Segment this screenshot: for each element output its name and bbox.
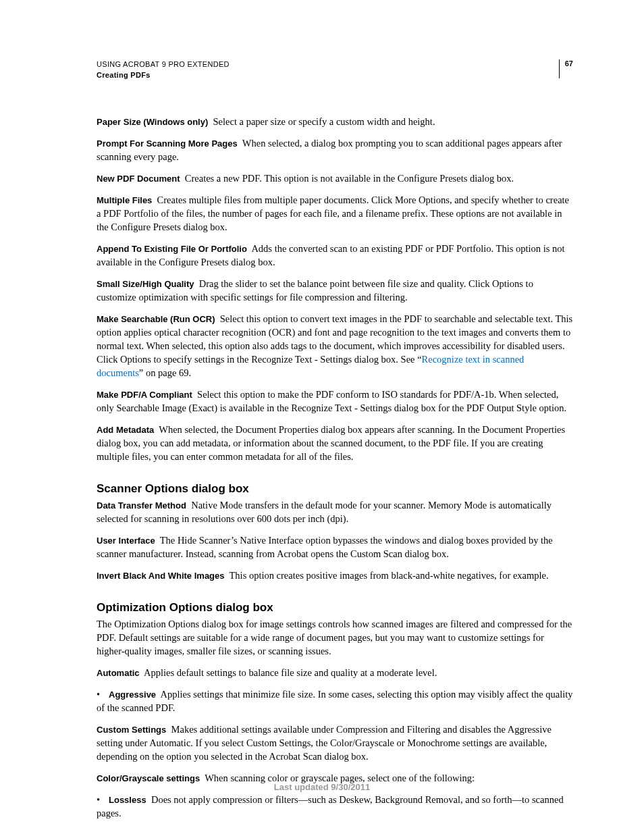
def-item: Prompt For Scanning More Pages When sele… [97, 136, 573, 163]
def-item: Invert Black And White Images This optio… [97, 569, 573, 582]
heading-scanner-options: Scanner Options dialog box [97, 482, 573, 496]
bullet-term: Lossless [109, 795, 146, 805]
def-item: Add Metadata When selected, the Document… [97, 423, 573, 463]
def-term: Prompt For Scanning More Pages [97, 138, 238, 149]
def-item-make-searchable: Make Searchable (Run OCR) Select this op… [97, 312, 573, 380]
bullet-desc: Applies settings that minimize file size… [97, 689, 573, 713]
bullet-item: •Aggressive Applies settings that minimi… [97, 687, 573, 714]
bullet-dot: • [97, 687, 109, 701]
def-term: Data Transfer Method [97, 500, 186, 511]
bullet-desc: Does not apply compression or filters—su… [97, 794, 564, 818]
def-term: User Interface [97, 536, 155, 546]
bullet-item: •Lossless Does not apply compression or … [97, 793, 573, 820]
def-item: Multiple Files Creates multiple files fr… [97, 193, 573, 234]
header-line1: USING ACROBAT 9 PRO EXTENDED [97, 59, 230, 70]
def-desc: This option creates positive images from… [230, 570, 549, 581]
page-header: USING ACROBAT 9 PRO EXTENDED Creating PD… [97, 59, 573, 81]
def-desc: Select a paper size or specify a custom … [213, 116, 435, 127]
def-term: Paper Size (Windows only) [97, 117, 208, 127]
page-content: USING ACROBAT 9 PRO EXTENDED Creating PD… [0, 0, 644, 820]
def-term: New PDF Document [97, 174, 180, 184]
def-desc-post: ” on page 69. [139, 367, 191, 378]
def-item: Custom Settings Makes additional setting… [97, 723, 573, 763]
def-item: Small Size/High Quality Drag the slider … [97, 277, 573, 304]
bullet-dot: • [97, 793, 109, 806]
def-desc: Creates multiple files from multiple pap… [97, 194, 569, 232]
header-text: USING ACROBAT 9 PRO EXTENDED Creating PD… [97, 59, 230, 81]
def-item: Make PDF/A Compliant Select this option … [97, 388, 573, 415]
def-desc: The Hide Scanner’s Native Interface opti… [97, 535, 553, 559]
heading-optimization-options: Optimization Options dialog box [97, 601, 573, 615]
def-desc: Creates a new PDF. This option is not av… [185, 173, 514, 184]
def-term: Automatic [97, 668, 140, 678]
def-item: Append To Existing File Or Portfolio Add… [97, 242, 573, 269]
def-term: Append To Existing File Or Portfolio [97, 244, 247, 254]
footer: Last updated 9/30/2011 [0, 782, 644, 792]
def-item: Paper Size (Windows only) Select a paper… [97, 115, 573, 128]
def-desc: When selected, the Document Properties d… [97, 424, 565, 462]
bullet-term: Aggressive [109, 689, 156, 700]
def-term: Invert Black And White Images [97, 571, 225, 581]
def-term: Small Size/High Quality [97, 279, 194, 289]
def-desc: Applies default settings to balance file… [144, 667, 437, 678]
def-term: Custom Settings [97, 725, 166, 735]
def-term: Make PDF/A Compliant [97, 390, 192, 400]
def-item: Data Transfer Method Native Mode transfe… [97, 498, 573, 525]
intro-para: The Optimization Options dialog box for … [97, 617, 573, 658]
page-number: 67 [559, 59, 573, 78]
def-item: Automatic Applies default settings to ba… [97, 666, 573, 679]
def-term: Make Searchable (Run OCR) [97, 314, 215, 324]
def-term: Multiple Files [97, 195, 152, 205]
def-term: Add Metadata [97, 425, 154, 435]
def-item: User Interface The Hide Scanner’s Native… [97, 533, 573, 561]
header-line2: Creating PDFs [97, 70, 230, 81]
def-item: New PDF Document Creates a new PDF. This… [97, 172, 573, 185]
